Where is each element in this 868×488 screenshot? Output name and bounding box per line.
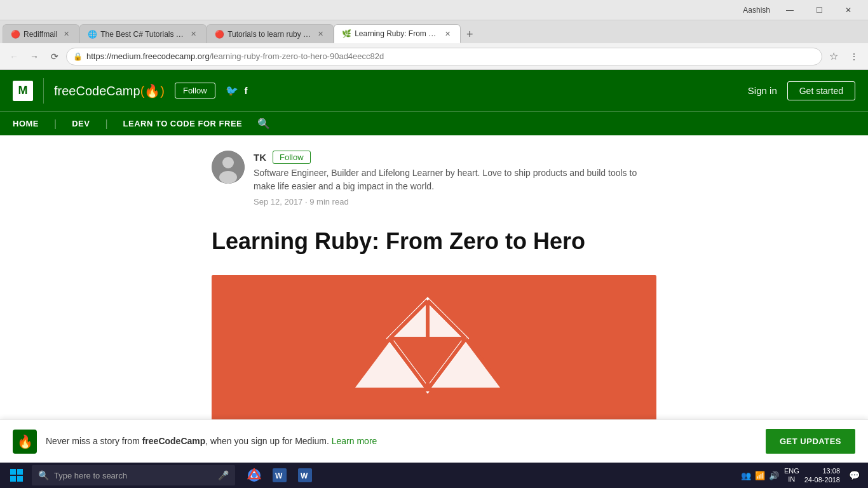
ruby-logo-svg	[313, 288, 555, 415]
svg-rect-18	[17, 469, 23, 475]
tab-csharp[interactable]: 🌐 The Best C# Tutorials for... ✕	[79, 24, 207, 43]
article-read-time: 9 min read	[309, 197, 348, 207]
article-date: Sep 12, 2017	[254, 197, 302, 207]
svg-rect-19	[10, 476, 16, 482]
social-icons: 🐦 f	[226, 85, 248, 97]
menu-button[interactable]: ⋮	[845, 48, 863, 65]
locale-country: IN	[788, 475, 795, 484]
tab-close-rediffmail[interactable]: ✕	[61, 29, 71, 39]
author-avatar	[212, 151, 245, 184]
address-bar-row: ← → ⟳ 🔒 https://medium.freecodecamp.org/…	[0, 43, 868, 70]
tab-close-learning-ruby[interactable]: ✕	[442, 29, 452, 39]
author-row: TK Follow Software Engineer, Builder and…	[212, 151, 656, 207]
avatar-svg	[212, 151, 245, 184]
tab-label-learning-ruby: Learning Ruby: From Zer...	[355, 29, 438, 38]
svg-point-2	[219, 171, 237, 184]
address-path: /learning-ruby-from-zero-to-hero-90ad4ee…	[210, 51, 384, 61]
tab-ruby-tutorials[interactable]: 🔴 Tutorials to learn ruby - ... ✕	[207, 24, 334, 43]
flame-icon: (🔥)	[140, 84, 165, 98]
refresh-button[interactable]: ⟳	[46, 48, 64, 65]
tab-favicon-rediffmail: 🔴	[11, 30, 20, 39]
minimize-button[interactable]: —	[775, 0, 804, 20]
notification-logo: 🔥	[13, 430, 37, 454]
tab-favicon-ruby-tutorials: 🔴	[215, 30, 224, 39]
svg-marker-5	[428, 339, 504, 390]
locale-block: ENG IN	[784, 467, 799, 484]
page-content: M freeCodeCamp(🔥) Follow 🐦 f Sign in Get…	[0, 70, 868, 463]
start-button[interactable]	[5, 464, 28, 487]
tab-close-csharp[interactable]: ✕	[188, 29, 198, 39]
tab-label-ruby-tutorials: Tutorials to learn ruby - ...	[227, 30, 311, 39]
tab-learning-ruby[interactable]: 🌿 Learning Ruby: From Zer... ✕	[334, 24, 461, 43]
author-name-row: TK Follow	[254, 151, 656, 164]
notif-text-before: Never miss a story from	[46, 436, 142, 446]
word2-icon: W	[298, 468, 312, 482]
taskbar-search-bar[interactable]: 🔍 Type here to search 🎤	[32, 465, 235, 485]
clock-time: 13:08	[822, 466, 840, 475]
svg-point-1	[222, 157, 234, 168]
address-base: https://medium.freecodecamp.org	[86, 51, 210, 61]
taskbar-search-placeholder: Type here to search	[54, 471, 127, 480]
sound-icon[interactable]: 🔊	[769, 471, 779, 480]
tab-rediffmail[interactable]: 🔴 Rediffmail ✕	[3, 24, 79, 43]
notification-center-button[interactable]: 💬	[845, 466, 863, 484]
nav-learn[interactable]: LEARN TO CODE FOR FREE	[123, 119, 243, 128]
taskbar-search-icon: 🔍	[38, 470, 49, 480]
forward-button[interactable]: →	[25, 48, 43, 65]
hero-image	[212, 275, 656, 428]
network-icon[interactable]: 📶	[755, 471, 765, 480]
word-icon: W	[273, 468, 287, 482]
get-started-button[interactable]: Get started	[787, 81, 855, 100]
title-bar: Aashish — ☐ ✕	[0, 0, 868, 20]
notif-text-after: , when you sign up for Medium.	[205, 436, 329, 446]
tab-label-rediffmail: Rediffmail	[24, 30, 57, 39]
sign-in-link[interactable]: Sign in	[748, 85, 777, 96]
clock-date: 24-08-2018	[804, 475, 840, 484]
author-info: TK Follow Software Engineer, Builder and…	[254, 151, 656, 207]
get-updates-button[interactable]: GET UPDATES	[766, 429, 855, 454]
author-name: TK	[254, 152, 266, 163]
nav-dev[interactable]: DEV	[72, 119, 90, 128]
microphone-icon[interactable]: 🎤	[218, 470, 229, 480]
system-icons: 👥 📶 🔊	[741, 471, 779, 480]
notif-flame-icon: 🔥	[17, 434, 33, 449]
article-meta: Sep 12, 2017 · 9 min read	[254, 197, 349, 207]
taskbar-app-chrome[interactable]	[243, 464, 266, 487]
tab-close-ruby-tutorials[interactable]: ✕	[315, 29, 325, 39]
address-bar[interactable]: 🔒 https://medium.freecodecamp.org/learni…	[66, 48, 822, 65]
svg-rect-17	[10, 469, 16, 475]
header-divider	[43, 78, 44, 104]
new-tab-button[interactable]: +	[461, 25, 478, 43]
locale-lang: ENG	[784, 467, 799, 475]
learn-more-link[interactable]: Learn more	[332, 436, 377, 446]
svg-marker-3	[351, 339, 428, 390]
nav-divider-2: |	[105, 118, 107, 130]
brand-name: freeCodeCamp(🔥)	[54, 83, 165, 98]
browser-chrome: Aashish — ☐ ✕ 🔴 Rediffmail ✕ 🌐 The Best …	[0, 0, 868, 70]
tab-label-csharp: The Best C# Tutorials for...	[100, 30, 184, 39]
back-button[interactable]: ←	[5, 48, 23, 65]
nav-home[interactable]: HOME	[13, 119, 39, 128]
avatar-image	[212, 151, 245, 184]
header-right: Sign in Get started	[748, 81, 855, 100]
notification-text: Never miss a story from freeCodeCamp, wh…	[46, 435, 377, 448]
windows-logo-icon	[10, 469, 23, 482]
tab-favicon-learning-ruby: 🌿	[342, 29, 351, 38]
search-icon[interactable]: 🔍	[257, 118, 270, 130]
people-icon[interactable]: 👥	[741, 471, 751, 480]
site-header: M freeCodeCamp(🔥) Follow 🐦 f Sign in Get…	[0, 70, 868, 111]
medium-logo[interactable]: M	[13, 81, 33, 101]
address-text: https://medium.freecodecamp.org/learning…	[86, 51, 815, 61]
maximize-button[interactable]: ☐	[804, 0, 834, 20]
bookmark-button[interactable]: ☆	[825, 48, 843, 65]
author-follow-button[interactable]: Follow	[273, 151, 311, 164]
secure-icon: 🔒	[73, 52, 83, 61]
taskbar-app-word2[interactable]: W	[294, 464, 316, 487]
facebook-icon[interactable]: f	[245, 85, 248, 96]
close-button[interactable]: ✕	[834, 0, 863, 20]
taskbar-app-word[interactable]: W	[268, 464, 291, 487]
header-left: M freeCodeCamp(🔥) Follow 🐦 f	[13, 78, 248, 104]
twitter-icon[interactable]: 🐦	[226, 85, 238, 97]
follow-button-header[interactable]: Follow	[175, 83, 215, 98]
svg-rect-20	[17, 476, 23, 482]
